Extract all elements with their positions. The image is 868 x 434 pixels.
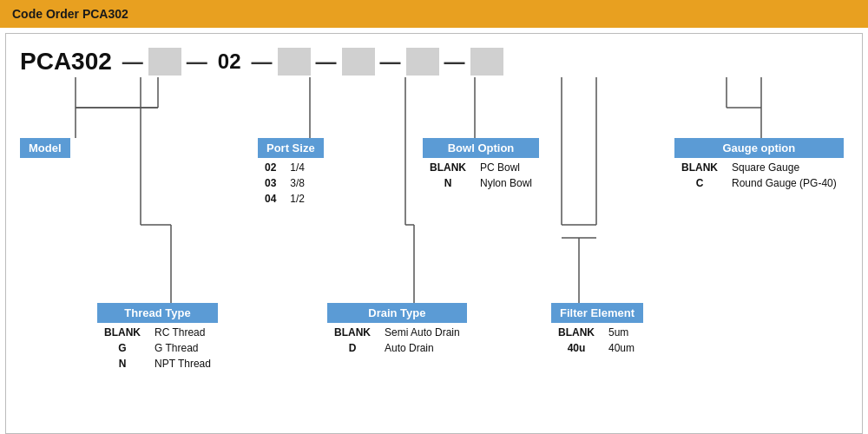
option-desc: PC Bowl — [473, 160, 539, 175]
option-desc: Auto Drain — [378, 340, 467, 356]
page-header: Code Order PCA302 — [0, 0, 868, 28]
thread-type-category: Thread Type — [97, 303, 218, 323]
code-box-1 — [148, 48, 181, 76]
option-desc: 40um — [602, 340, 641, 356]
list-item: DAuto Drain — [327, 340, 467, 356]
list-item: BLANKPC Bowl — [423, 160, 539, 175]
header-title: Code Order PCA302 — [12, 7, 128, 21]
option-desc: Round Gauge (PG-40) — [725, 175, 844, 191]
gauge-option-group: Gauge option BLANKSquare GaugeCRound Gau… — [674, 138, 844, 191]
code-value: 02 — [218, 49, 241, 74]
option-code: 40u — [551, 340, 602, 356]
option-code: BLANK — [97, 325, 148, 340]
option-code: G — [97, 340, 148, 356]
gauge-option-category: Gauge option — [674, 138, 844, 158]
option-desc: Semi Auto Drain — [378, 325, 467, 340]
option-code: BLANK — [551, 325, 602, 340]
port-size-category: Port Size — [258, 138, 324, 158]
drain-type-category: Drain Type — [327, 303, 467, 323]
list-item: BLANKSemi Auto Drain — [327, 325, 467, 340]
option-desc: 3/8 — [283, 175, 312, 191]
list-item: GG Thread — [97, 340, 218, 356]
model-group: Model — [20, 138, 70, 158]
filter-element-group: Filter Element BLANK5um40u40um — [551, 303, 643, 356]
option-desc: 1/2 — [283, 191, 312, 207]
option-desc: 1/4 — [283, 160, 312, 175]
dash-1: — — [122, 49, 143, 74]
dash-5: — — [380, 49, 401, 74]
option-code: 03 — [258, 175, 283, 191]
connector-lines — [6, 34, 857, 434]
option-desc: G Thread — [148, 340, 218, 356]
thread-type-table: BLANKRC ThreadGG ThreadNNPT Thread — [97, 325, 218, 372]
list-item: BLANKSquare Gauge — [674, 160, 844, 175]
option-code: D — [327, 340, 378, 356]
list-item: BLANK5um — [551, 325, 641, 340]
list-item: BLANKRC Thread — [97, 325, 218, 340]
gauge-option-table: BLANKSquare GaugeCRound Gauge (PG-40) — [674, 160, 844, 191]
list-item: 40u40um — [551, 340, 641, 356]
main-content: PCA302 — — 02 — — — — Model Port Size 02… — [5, 33, 863, 434]
code-box-4 — [406, 48, 439, 76]
thread-type-group: Thread Type BLANKRC ThreadGG ThreadNNPT … — [97, 303, 218, 372]
list-item: 021/4 — [258, 160, 312, 175]
option-code: BLANK — [327, 325, 378, 340]
dash-3: — — [252, 49, 273, 74]
dash-4: — — [316, 49, 337, 74]
list-item: NNPT Thread — [97, 356, 218, 372]
list-item: NNylon Bowl — [423, 175, 539, 191]
port-size-group: Port Size 021/4033/8041/2 — [258, 138, 324, 207]
dash-2: — — [187, 49, 207, 74]
option-code: BLANK — [423, 160, 473, 175]
bowl-option-table: BLANKPC BowlNNylon Bowl — [423, 160, 539, 191]
option-code: N — [97, 356, 148, 372]
option-desc: Nylon Bowl — [473, 175, 539, 191]
option-code: 04 — [258, 191, 283, 207]
option-desc: Square Gauge — [725, 160, 844, 175]
option-code: C — [674, 175, 725, 191]
model-name: PCA302 — [20, 48, 112, 76]
option-code: 02 — [258, 160, 283, 175]
drain-type-group: Drain Type BLANKSemi Auto DrainDAuto Dra… — [327, 303, 467, 356]
drain-type-table: BLANKSemi Auto DrainDAuto Drain — [327, 325, 467, 356]
port-size-table: 021/4033/8041/2 — [258, 160, 312, 207]
model-category: Model — [20, 138, 70, 158]
code-box-2 — [278, 48, 311, 76]
option-desc: NPT Thread — [148, 356, 218, 372]
dash-6: — — [444, 49, 465, 74]
bowl-option-group: Bowl Option BLANKPC BowlNNylon Bowl — [423, 138, 539, 191]
code-box-5 — [470, 48, 503, 76]
option-code: N — [423, 175, 473, 191]
filter-element-table: BLANK5um40u40um — [551, 325, 641, 356]
list-item: CRound Gauge (PG-40) — [674, 175, 844, 191]
list-item: 033/8 — [258, 175, 312, 191]
option-code: BLANK — [674, 160, 725, 175]
option-desc: RC Thread — [148, 325, 218, 340]
code-row: PCA302 — — 02 — — — — — [20, 48, 503, 76]
filter-element-category: Filter Element — [551, 303, 643, 323]
bowl-option-category: Bowl Option — [423, 138, 539, 158]
list-item: 041/2 — [258, 191, 312, 207]
code-box-3 — [342, 48, 375, 76]
option-desc: 5um — [602, 325, 641, 340]
